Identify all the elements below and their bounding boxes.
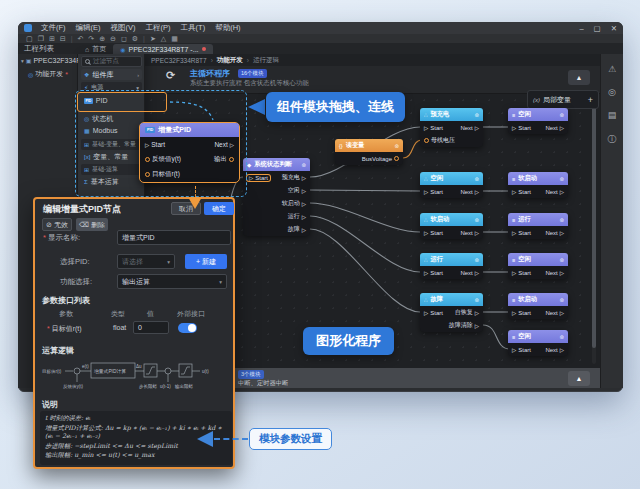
node-header[interactable]: ∴空闲⊗: [420, 172, 483, 185]
port-故障[interactable]: 故障▷: [288, 225, 306, 234]
new-pid-button[interactable]: + 新建: [185, 254, 227, 269]
node-空闲[interactable]: ≡空闲⊗▷StartNext▷: [508, 108, 568, 134]
menu-工具(T)[interactable]: 工具(T): [176, 23, 211, 33]
popup-node-incremental-pid[interactable]: PID 增量式PID ▷Start Next▷ 反馈值y(t) 输出 目标值r(…: [139, 122, 240, 183]
refresh-icon[interactable]: ⟳: [166, 69, 175, 82]
port-Start[interactable]: ▷Start: [512, 347, 531, 353]
port-母线电压[interactable]: 母线电压: [424, 136, 455, 145]
tree-item-function-dev[interactable]: ◎ 功能开发 *: [18, 66, 77, 81]
fit-view-icon[interactable]: ◻: [121, 35, 127, 42]
menu-帮助(H)[interactable]: 帮助(H): [210, 23, 245, 33]
upload-icon[interactable]: △: [161, 35, 166, 42]
zoom-out-icon[interactable]: ⊖: [110, 35, 116, 42]
local-variables-panel[interactable]: (x) 局部变量 +: [527, 90, 599, 109]
node-header[interactable]: {}读变量⊗: [335, 139, 403, 152]
node-header[interactable]: ∴运行⊗: [420, 253, 483, 266]
node-预充电[interactable]: ∴预充电⊗▷StartNext▷母线电压: [420, 108, 483, 147]
locate-icon[interactable]: ◎: [608, 87, 616, 97]
node-header[interactable]: ≡空闲⊗: [508, 330, 568, 343]
maximize-button[interactable]: ▢: [594, 24, 601, 33]
port-预充电[interactable]: 预充电▷: [282, 173, 306, 182]
node-menu-icon[interactable]: ⊗: [559, 176, 564, 182]
menu-文件(F)[interactable]: 文件(F): [36, 23, 71, 33]
node-空闲[interactable]: ≡空闲⊗▷StartNext▷: [508, 330, 568, 356]
node-header[interactable]: ∴预充电⊗: [420, 108, 483, 121]
node-header[interactable]: ≡运行⊗: [508, 213, 568, 226]
import-icon[interactable]: ⊞: [49, 35, 55, 42]
node-menu-icon[interactable]: ⊗: [474, 112, 479, 118]
port-Start[interactable]: ▷Start: [424, 310, 443, 316]
canvas-scrollbar[interactable]: [592, 96, 596, 364]
open-project-icon[interactable]: ❐: [38, 35, 44, 42]
port-Next[interactable]: Next▷: [460, 270, 479, 276]
menu-编辑(E)[interactable]: 编辑(E): [71, 23, 106, 33]
menu-工程(P)[interactable]: 工程(P): [141, 23, 176, 33]
expand-section-button[interactable]: ▲: [568, 371, 590, 386]
port-feedback[interactable]: 反馈值y(t): [145, 155, 181, 164]
node-空闲[interactable]: ≡空闲⊗▷StartNext▷: [508, 253, 568, 279]
node-header[interactable]: ≡软启动⊗: [508, 172, 568, 185]
node-系统状态判断[interactable]: ◆系统状态判断⊗▷Start预充电▷空闲▷软启动▷运行▷故障▷: [243, 158, 310, 236]
node-menu-icon[interactable]: ⊗: [301, 162, 306, 168]
menu-视图(V)[interactable]: 视图(V): [106, 23, 141, 33]
confirm-button[interactable]: 确定: [204, 202, 234, 215]
redo-icon[interactable]: ↷: [88, 35, 94, 42]
function-select-dropdown[interactable]: 输出运算 ▾: [117, 274, 227, 289]
close-button[interactable]: ✕: [611, 24, 617, 33]
node-空闲[interactable]: ∴空闲⊗▷StartNext▷: [420, 172, 483, 198]
node-header[interactable]: ≡空闲⊗: [508, 108, 568, 121]
port-BusVoltage[interactable]: BusVoltage: [362, 156, 399, 162]
breadcrumb-item-功能开发[interactable]: 功能开发: [217, 56, 243, 65]
display-name-input[interactable]: 增量式PID: [117, 230, 231, 245]
node-menu-icon[interactable]: ⊗: [559, 257, 564, 263]
grid-icon[interactable]: ▦: [171, 35, 178, 42]
select-pid-dropdown[interactable]: 请选择 ▾: [117, 254, 175, 269]
new-file-icon[interactable]: ▢: [26, 35, 33, 42]
undo-icon[interactable]: ↶: [77, 35, 83, 42]
port-故障清除[interactable]: 故障清除▷: [449, 321, 479, 330]
port-Next[interactable]: Next▷: [460, 230, 479, 236]
tree-item-project-root[interactable]: ▾ ▣ PPEC32F334R...: [18, 54, 77, 66]
filter-nodes-search-input[interactable]: 过滤节点: [81, 56, 142, 67]
node-软启动[interactable]: ≡软启动⊗▷StartNext▷: [508, 172, 568, 198]
port-Next[interactable]: Next▷: [545, 230, 564, 236]
node-软启动[interactable]: ≡软启动⊗▷StartNext▷: [508, 293, 568, 319]
port-Start[interactable]: ▷Start: [424, 125, 443, 131]
minimize-button[interactable]: –: [579, 24, 583, 33]
tree-expand-icon[interactable]: ▾: [21, 58, 24, 64]
node-header[interactable]: ∴软启动⊗: [420, 213, 483, 226]
tab-home[interactable]: ⌂ 首页: [78, 44, 113, 54]
main-loop-title[interactable]: 主循环程序: [190, 68, 230, 79]
node-读变量[interactable]: {}读变量⊗BusVoltage: [335, 139, 403, 165]
port-Start[interactable]: ▷Start: [247, 175, 270, 181]
port-Start[interactable]: ▷Start: [512, 125, 531, 131]
logs-icon[interactable]: ▤: [608, 110, 617, 120]
run-icon[interactable]: ➤: [150, 35, 156, 42]
node-menu-icon[interactable]: ⊗: [559, 217, 564, 223]
param-value-input[interactable]: 0: [133, 321, 169, 334]
add-variable-button[interactable]: +: [588, 95, 593, 105]
port-自恢复[interactable]: 自恢复▷: [455, 308, 479, 317]
node-header[interactable]: ≡空闲⊗: [508, 253, 568, 266]
port-Start[interactable]: ▷Start: [424, 230, 443, 236]
tab-project[interactable]: ◉ PPEC32F334R8T7 -...: [113, 44, 212, 54]
scrollbar-thumb[interactable]: [592, 104, 596, 348]
port-start[interactable]: ▷Start: [145, 141, 165, 148]
node-menu-icon[interactable]: ⊗: [474, 257, 479, 263]
port-Next[interactable]: Next▷: [545, 125, 564, 131]
port-Start[interactable]: ▷Start: [512, 310, 531, 316]
port-target[interactable]: 目标值r(t): [145, 170, 180, 179]
breadcrumb-item-PPEC32F334R8T7[interactable]: PPEC32F334R8T7: [151, 57, 207, 64]
node-运行[interactable]: ≡运行⊗▷StartNext▷: [508, 213, 568, 239]
node-运行[interactable]: ∴运行⊗▷StartNext▷: [420, 253, 483, 279]
node-故障[interactable]: ∴故障⊗▷Start自恢复▷故障清除▷: [420, 293, 483, 332]
port-Next[interactable]: Next▷: [545, 347, 564, 353]
breadcrumb-item-运行逻辑[interactable]: 运行逻辑: [253, 56, 279, 65]
port-软启动[interactable]: 软启动▷: [282, 199, 306, 208]
port-output[interactable]: 输出: [214, 155, 234, 164]
delete-button[interactable]: ⌫ 删除: [76, 218, 108, 231]
port-Start[interactable]: ▷Start: [512, 270, 531, 276]
node-软启动[interactable]: ∴软启动⊗▷StartNext▷: [420, 213, 483, 239]
warnings-icon[interactable]: ⚠: [608, 64, 616, 74]
port-运行[interactable]: 运行▷: [288, 212, 306, 221]
